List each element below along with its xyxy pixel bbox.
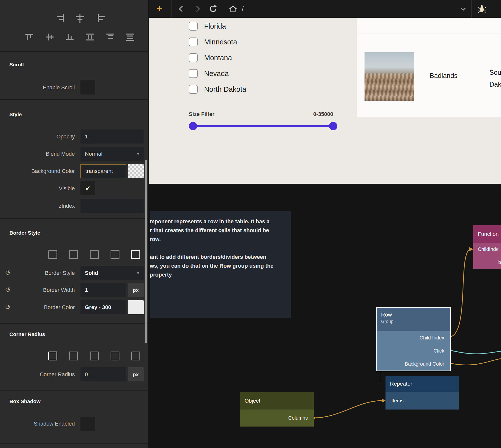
card-subtitle: Sou Dak [489, 67, 501, 90]
reset-icon[interactable]: ↺ [5, 287, 11, 293]
state-checkbox[interactable] [189, 85, 198, 94]
state-label: Nevada [204, 70, 229, 78]
corner-top-left-button[interactable] [66, 349, 81, 363]
back-button[interactable] [176, 4, 186, 14]
corner-top-right-button[interactable] [87, 349, 101, 363]
scroll-section-title: Scroll [9, 62, 24, 68]
add-button[interactable]: + [154, 2, 165, 15]
state-checkbox[interactable] [189, 37, 198, 46]
opacity-input[interactable]: 1 [80, 130, 144, 144]
preview-toolbar: + / [149, 0, 501, 18]
slider-handle-min[interactable] [189, 122, 197, 130]
size-filter-slider[interactable] [193, 125, 333, 127]
home-button[interactable] [228, 4, 238, 14]
border-style-row: ↺ Border Style Solid ▾ [0, 266, 149, 280]
align-middle-button[interactable] [45, 32, 55, 42]
visible-checkbox[interactable]: ✔ [80, 181, 95, 195]
forward-button[interactable] [193, 4, 202, 14]
state-row: Nevada [189, 69, 229, 78]
state-label: Minnesota [204, 38, 237, 46]
align-top-button[interactable] [24, 32, 34, 42]
panel-scrollbar[interactable] [145, 160, 147, 343]
node-row-group[interactable]: Row Group Child Index Click Background C… [376, 307, 451, 371]
border-bottom-button[interactable] [108, 247, 122, 262]
reset-icon[interactable]: ↺ [5, 304, 11, 311]
url-path[interactable]: / [242, 5, 244, 13]
border-right-button[interactable] [87, 247, 101, 262]
border-right-icon [90, 250, 99, 259]
state-row: Florida [189, 22, 226, 31]
zindex-row: zIndex [0, 199, 149, 213]
space-evenly-button[interactable] [125, 32, 135, 42]
slider-handle-max[interactable] [329, 122, 337, 130]
port-background-color[interactable]: Background Color [377, 357, 450, 371]
border-color-input[interactable]: Grey - 300 [80, 300, 126, 314]
port-columns[interactable]: Columns [240, 410, 314, 427]
refresh-button[interactable] [208, 4, 218, 14]
chevron-down-icon: ▾ [137, 270, 139, 276]
hierarchy-connector [380, 370, 385, 384]
background-color-row: Background Color transparent [0, 164, 149, 178]
align-center-horizontal-icon [75, 13, 85, 23]
background-color-input[interactable]: transparent [80, 164, 126, 178]
node-row-group-header: Row Group [377, 308, 450, 331]
result-card[interactable]: Badlands Sou Dak [357, 18, 501, 117]
corner-all-button[interactable] [46, 349, 60, 363]
state-checkbox[interactable] [189, 69, 198, 78]
node-editor-canvas[interactable]: mponent represents a row in the table. I… [149, 184, 501, 448]
enable-scroll-checkbox[interactable] [80, 80, 95, 94]
home-icon [228, 4, 238, 14]
transparent-swatch[interactable] [128, 164, 144, 178]
preview-area: Florida Minnesota Montana Nevada North D… [149, 18, 501, 184]
corner-top-right-icon [90, 352, 99, 360]
align-top-icon [24, 32, 34, 42]
blend-mode-select[interactable]: Normal ▾ [80, 147, 144, 161]
check-icon: ✔ [85, 185, 91, 192]
corner-radius-unit: px [128, 367, 144, 381]
debug-button[interactable] [477, 4, 487, 14]
zindex-input[interactable] [80, 199, 144, 213]
section-divider [0, 51, 149, 52]
align-bottom-icon [65, 32, 75, 42]
port-child-index[interactable]: Child Index [377, 331, 450, 344]
shadow-enabled-checkbox[interactable] [80, 417, 95, 431]
align-right-button[interactable] [56, 13, 65, 23]
background-color-label: Background Color [0, 168, 75, 174]
section-divider [0, 323, 149, 324]
align-right-icon [56, 13, 65, 23]
corner-radius-label: Corner Radius [0, 371, 75, 378]
toolbar-divider [171, 0, 172, 18]
corner-bottom-left-button[interactable] [129, 349, 143, 363]
border-color-swatch[interactable] [128, 300, 144, 314]
state-checkbox[interactable] [189, 53, 198, 62]
reset-icon[interactable]: ↺ [5, 270, 11, 276]
opacity-label: Opacity [0, 133, 75, 140]
border-width-unit: px [128, 283, 144, 297]
port-items[interactable]: Items [385, 392, 459, 410]
align-center-horizontal-button[interactable] [75, 13, 85, 23]
node-repeater[interactable]: Repeater Items [385, 376, 459, 410]
stretch-vertical-button[interactable] [105, 32, 115, 42]
border-top-button[interactable] [66, 247, 81, 262]
port-partial[interactable]: b [473, 256, 501, 269]
border-left-button[interactable] [129, 247, 143, 262]
distribute-vertical-button[interactable] [85, 32, 95, 42]
align-middle-icon [45, 32, 55, 42]
preview-menu-button[interactable] [458, 4, 468, 14]
border-style-select[interactable]: Solid ▾ [80, 266, 144, 280]
wire-background-color [449, 359, 501, 365]
state-checkbox[interactable] [189, 22, 198, 31]
border-all-button[interactable] [46, 247, 60, 262]
wire-click [449, 350, 501, 354]
node-function[interactable]: Function ChildInde b [473, 225, 501, 269]
corner-radius-input[interactable]: 0 [80, 367, 126, 381]
port-childindex[interactable]: ChildInde [473, 243, 501, 256]
port-click[interactable]: Click [377, 344, 450, 357]
size-filter-value: 0-35000 [313, 111, 333, 117]
corner-bottom-right-button[interactable] [108, 349, 122, 363]
align-bottom-button[interactable] [65, 32, 75, 42]
border-width-input[interactable]: 1 [80, 283, 126, 297]
align-left-button[interactable] [96, 13, 106, 23]
badlands-image [365, 52, 414, 101]
node-object[interactable]: Object Columns [240, 392, 314, 427]
